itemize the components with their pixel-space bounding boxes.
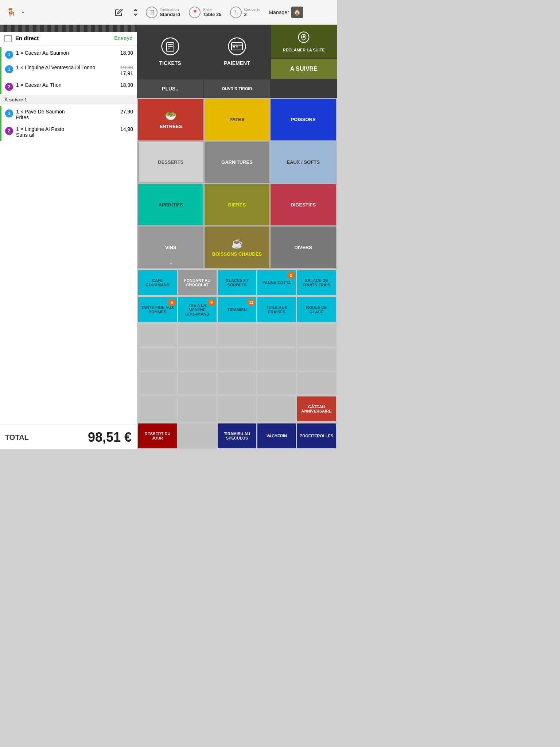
empty-cell [178, 396, 217, 421]
product-panna-cotta[interactable]: 2 PANNA COTTA [257, 270, 296, 295]
category-boissons-chaudes[interactable]: ☕ BOISSONS CHAUDES [205, 227, 270, 268]
product-profiterolles[interactable]: PROFITEROLLES [297, 423, 336, 448]
arrow-icon[interactable] [129, 6, 142, 19]
product-tiramisu[interactable]: 11 TIRAMISU [218, 297, 256, 322]
eaux-label: EAUX / SOFTS [287, 159, 320, 165]
product-tuile-fraises[interactable]: TUILE AUX FRAISES [257, 297, 296, 322]
product-tiramisu-speculos[interactable]: TIRAMISU AU SPECULOS [218, 423, 256, 448]
tickets-button[interactable]: TICKETS [137, 25, 203, 79]
garnitures-label: GARNITURES [221, 159, 253, 165]
chevron-down-icon: ⌄ [168, 259, 173, 266]
empty-cell [178, 348, 217, 370]
vins-label: VINS [165, 245, 176, 250]
category-grid: 🥗 ENTREES PATES POISSONS DESSERTS GARNIT… [137, 98, 337, 269]
item-price: 18,90 [117, 82, 133, 88]
product-tarte-pommes[interactable]: 6 TARTE FINE AUX POMMES [138, 297, 177, 322]
home-icon[interactable]: 🏠 [291, 7, 303, 18]
boule-glace-label: BOULE DE GLACE [299, 305, 334, 314]
couverts-group: 🍴 Couverts 2 [230, 7, 260, 18]
empty-cell [257, 348, 296, 370]
product-gateau-anniversaire[interactable]: GÂTEAU ANNIVERSAIRE [297, 396, 336, 421]
item-price: 14,90 [117, 126, 133, 132]
category-divers[interactable]: DIVERS [271, 227, 336, 268]
empty-cell [297, 324, 336, 346]
boissons-label: BOISSONS CHAUDES [212, 251, 262, 257]
category-aperitifs[interactable]: APERITIFS [138, 184, 203, 226]
order-item[interactable]: 1 1 × Linguine Al Ventresca Di Tonno 19,… [0, 62, 137, 79]
order-item[interactable]: 1 1 × Pave De SaumonFrites 27,90 [0, 106, 137, 123]
salle-icon: 📍 [189, 7, 201, 18]
order-status: Envoyé [114, 35, 132, 42]
item-price: 18,90 [117, 50, 133, 56]
tiramisu-badge: 11 [248, 299, 255, 306]
header-left: 🪑 - [4, 5, 142, 20]
main-content: En direct Envoyé 1 1 × Caesar Au Saumon … [0, 25, 337, 449]
header: 🪑 - 📋 Tarification Standard [0, 0, 337, 25]
category-eaux[interactable]: EAUX / SOFTS [271, 142, 336, 183]
empty-cell [218, 396, 256, 421]
item-desc: 1 × Pave De SaumonFrites [16, 109, 117, 120]
empty-cell [178, 324, 217, 346]
paiement-button[interactable]: PAIEMENT [204, 25, 270, 79]
empty-cell [297, 348, 336, 370]
product-the-menthe[interactable]: 9 THE A LA MENTHE GOURMAND [178, 297, 217, 322]
vacherin-label: VACHERIN [267, 434, 287, 438]
product-boule-glace[interactable]: BOULE DE GLACE [297, 297, 336, 322]
section-header: À suivre 1 [0, 95, 137, 104]
digestifs-label: DIGESTIFS [291, 202, 316, 208]
category-poissons[interactable]: POISSONS [271, 99, 336, 140]
couverts-text: Couverts 2 [244, 7, 260, 17]
empty-cell [178, 372, 217, 394]
empty-row3 [137, 371, 337, 395]
asuivre-label: A SUIVRE [290, 66, 318, 72]
category-pates[interactable]: PATES [205, 99, 270, 140]
item-badge: 2 [5, 127, 13, 135]
tarification-text: Tarification Standard [160, 7, 180, 17]
empty-cell [297, 372, 336, 394]
divers-label: DIVERS [294, 245, 312, 250]
svg-rect-1 [167, 43, 174, 51]
category-bieres[interactable]: BIERES [205, 184, 270, 226]
fondant-chocolat-label: FONDANT AU CHOCOLAT [179, 278, 215, 287]
svg-rect-11 [236, 46, 237, 47]
category-desserts[interactable]: DESSERTS [138, 142, 203, 183]
salle-text: Salle Table 25 [203, 7, 221, 17]
product-dessert-jour[interactable]: DESSERT DU JOUR [138, 423, 177, 448]
tarte-pommes-label: TARTE FINE AUX POMMES [140, 305, 175, 314]
ouvrir-button[interactable]: OUVRIR TIROIR [204, 80, 270, 98]
category-entrees[interactable]: 🥗 ENTREES [138, 99, 203, 140]
item-desc: 1 × Caesar Au Thon [16, 82, 117, 88]
product-salade-fruits[interactable]: SALADE DE FRUITS FRAIS [297, 270, 336, 295]
category-garnitures[interactable]: GARNITURES [205, 142, 270, 183]
aperitifs-label: APERITIFS [158, 202, 183, 208]
empty-cell [218, 372, 256, 394]
product-cafe-gourmand[interactable]: CAFE GOURMAND [138, 270, 177, 295]
ouvrir-label: OUVRIR TIROIR [222, 86, 252, 91]
plus-button[interactable]: PLUS.. [137, 80, 203, 98]
edit-button[interactable] [112, 6, 125, 19]
product-vacherin[interactable]: VACHERIN [257, 423, 296, 448]
empty-cell [178, 423, 217, 448]
tiramisu-spec-label: TIRAMISU AU SPECULOS [219, 431, 255, 440]
product-fondant-chocolat[interactable]: FONDANT AU CHOCOLAT [178, 270, 217, 295]
header-actions [112, 6, 142, 19]
order-item[interactable]: 2 1 × Caesar Au Thon 18,90 [0, 79, 137, 94]
empty-cell [218, 324, 256, 346]
paiement-label: PAIEMENT [224, 60, 250, 66]
reclamer-label: RÉCLAMER LA SUITE [283, 48, 325, 52]
item-price: 27,90 [117, 109, 133, 115]
right-panel: TICKETS RÉCLAMER LA SUITE [137, 25, 337, 449]
manager-label: Manager [269, 9, 289, 15]
entrees-label: ENTREES [160, 124, 182, 129]
order-checkbox[interactable] [4, 35, 12, 42]
salle-value: Table 25 [203, 12, 221, 17]
product-glaces-sorbets[interactable]: GLACES ET SORBETS [218, 270, 256, 295]
asuivre-button[interactable]: A SUIVRE [271, 59, 337, 78]
category-digestifs[interactable]: DIGESTIFS [271, 184, 336, 226]
tickets-icon [161, 37, 179, 58]
order-item[interactable]: 1 1 × Caesar Au Saumon 18,90 [0, 47, 137, 62]
reclamer-button[interactable]: RÉCLAMER LA SUITE [271, 25, 337, 58]
svg-rect-10 [233, 46, 235, 47]
category-vins[interactable]: VINS ⌄ [138, 227, 203, 268]
order-item[interactable]: 2 1 × Linguine Al PestoSans ail 14,90 [0, 123, 137, 141]
